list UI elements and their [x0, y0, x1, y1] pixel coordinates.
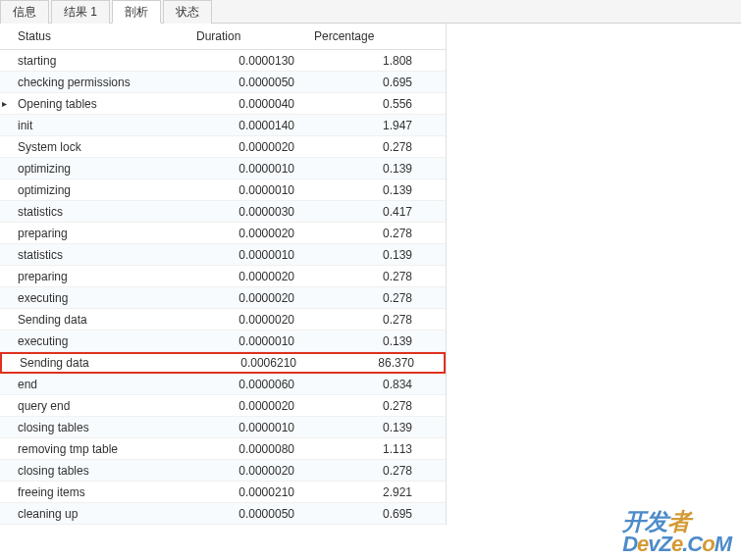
table-row[interactable]: System lock0.00000200.278: [0, 136, 446, 158]
watermark-logo: 开发者 DevZe.CoM: [622, 510, 731, 525]
cell-status: preparing: [10, 227, 196, 240]
cell-status: cleaning up: [10, 507, 196, 521]
cell-duration: 0.0006210: [198, 356, 316, 370]
table-row[interactable]: Sending data0.00000200.278: [0, 309, 446, 331]
cell-duration: 0.0000140: [196, 119, 314, 132]
cell-percentage: 2.921: [314, 485, 432, 499]
cell-status: init: [10, 119, 196, 132]
cell-status: Sending data: [10, 313, 196, 327]
cell-duration: 0.0000020: [196, 291, 314, 305]
cell-duration: 0.0000050: [196, 507, 314, 521]
cell-status: end: [10, 378, 196, 391]
cell-status: optimizing: [10, 162, 196, 176]
cell-percentage: 1.113: [314, 442, 432, 456]
cell-status: executing: [10, 291, 196, 305]
table-row[interactable]: preparing0.00000200.278: [0, 223, 446, 244]
table-row[interactable]: closing tables0.00000100.139: [0, 417, 446, 438]
table-row[interactable]: end0.00000600.834: [0, 374, 446, 395]
header-status[interactable]: Status: [0, 29, 196, 43]
cell-duration: 0.0000010: [196, 183, 314, 197]
table-row[interactable]: query end0.00000200.278: [0, 395, 446, 417]
cell-percentage: 0.695: [314, 76, 432, 89]
cell-duration: 0.0000030: [196, 205, 314, 219]
cell-percentage: 0.834: [314, 378, 432, 391]
cell-duration: 0.0000080: [196, 442, 314, 456]
cell-duration: 0.0000020: [196, 464, 314, 478]
cell-duration: 0.0000020: [196, 399, 314, 413]
cell-status: Sending data: [12, 356, 198, 370]
table-row[interactable]: optimizing0.00000100.139: [0, 158, 446, 179]
cell-percentage: 0.278: [314, 270, 432, 283]
cell-percentage: 0.139: [314, 183, 432, 197]
cell-status: closing tables: [10, 421, 196, 434]
cell-percentage: 0.139: [314, 334, 432, 348]
cell-percentage: 86.370: [316, 356, 434, 370]
cell-duration: 0.0000020: [196, 270, 314, 283]
table-row[interactable]: init0.00001401.947: [0, 115, 446, 136]
table-row[interactable]: starting0.00001301.808: [0, 50, 446, 72]
cell-duration: 0.0000010: [196, 334, 314, 348]
cell-status: statistics: [10, 248, 196, 262]
table-row[interactable]: ▸Opening tables0.00000400.556: [0, 93, 446, 115]
table-row[interactable]: executing0.00000200.278: [0, 287, 446, 309]
cell-percentage: 0.139: [314, 162, 432, 176]
cell-status: removing tmp table: [10, 442, 196, 456]
cell-duration: 0.0000060: [196, 378, 314, 391]
cell-percentage: 0.278: [314, 140, 432, 154]
cell-duration: 0.0000020: [196, 313, 314, 327]
tab-3[interactable]: 状态: [163, 0, 212, 24]
cell-status: checking permissions: [10, 76, 196, 89]
tab-0[interactable]: 信息: [0, 0, 49, 24]
cell-duration: 0.0000130: [196, 54, 314, 68]
table-row[interactable]: preparing0.00000200.278: [0, 266, 446, 287]
table-row[interactable]: removing tmp table0.00000801.113: [0, 438, 446, 460]
row-marker-icon: ▸: [0, 98, 10, 109]
header-percentage[interactable]: Percentage: [314, 29, 432, 43]
tabs-bar: 信息结果 1剖析状态: [0, 0, 741, 24]
cell-status: starting: [10, 54, 196, 68]
cell-duration: 0.0000050: [196, 76, 314, 89]
cell-duration: 0.0000020: [196, 140, 314, 154]
table-row[interactable]: cleaning up0.00000500.695: [0, 503, 446, 525]
cell-duration: 0.0000040: [196, 97, 314, 111]
cell-percentage: 0.278: [314, 313, 432, 327]
table-row[interactable]: Sending data0.000621086.370: [0, 352, 446, 374]
cell-duration: 0.0000010: [196, 421, 314, 434]
cell-duration: 0.0000020: [196, 227, 314, 240]
cell-status: query end: [10, 399, 196, 413]
cell-status: freeing items: [10, 485, 196, 499]
watermark-text: 开发: [622, 508, 667, 525]
cell-status: closing tables: [10, 464, 196, 478]
table-row[interactable]: statistics0.00000100.139: [0, 244, 446, 266]
tab-2[interactable]: 剖析: [112, 0, 161, 24]
cell-duration: 0.0000010: [196, 162, 314, 176]
table-row[interactable]: checking permissions0.00000500.695: [0, 72, 446, 93]
cell-status: Opening tables: [10, 97, 196, 111]
cell-status: preparing: [10, 270, 196, 283]
cell-status: executing: [10, 334, 196, 348]
cell-percentage: 0.278: [314, 291, 432, 305]
cell-percentage: 1.808: [314, 54, 432, 68]
cell-percentage: 0.278: [314, 464, 432, 478]
cell-percentage: 0.417: [314, 205, 432, 219]
cell-status: System lock: [10, 140, 196, 154]
table-row[interactable]: freeing items0.00002102.921: [0, 482, 446, 503]
profiling-table: Status Duration Percentage starting0.000…: [0, 24, 447, 525]
cell-percentage: 1.947: [314, 119, 432, 132]
cell-percentage: 0.139: [314, 248, 432, 262]
cell-percentage: 0.556: [314, 97, 432, 111]
table-row[interactable]: optimizing0.00000100.139: [0, 179, 446, 201]
table-row[interactable]: closing tables0.00000200.278: [0, 460, 446, 482]
watermark-text: 者: [667, 508, 690, 525]
cell-duration: 0.0000210: [196, 485, 314, 499]
cell-percentage: 0.695: [314, 507, 432, 521]
header-duration[interactable]: Duration: [196, 29, 314, 43]
cell-percentage: 0.139: [314, 421, 432, 434]
table-row[interactable]: statistics0.00000300.417: [0, 201, 446, 223]
tab-1[interactable]: 结果 1: [51, 0, 110, 24]
cell-duration: 0.0000010: [196, 248, 314, 262]
table-row[interactable]: executing0.00000100.139: [0, 331, 446, 352]
table-body: starting0.00001301.808checking permissio…: [0, 50, 446, 525]
cell-percentage: 0.278: [314, 399, 432, 413]
cell-percentage: 0.278: [314, 227, 432, 240]
